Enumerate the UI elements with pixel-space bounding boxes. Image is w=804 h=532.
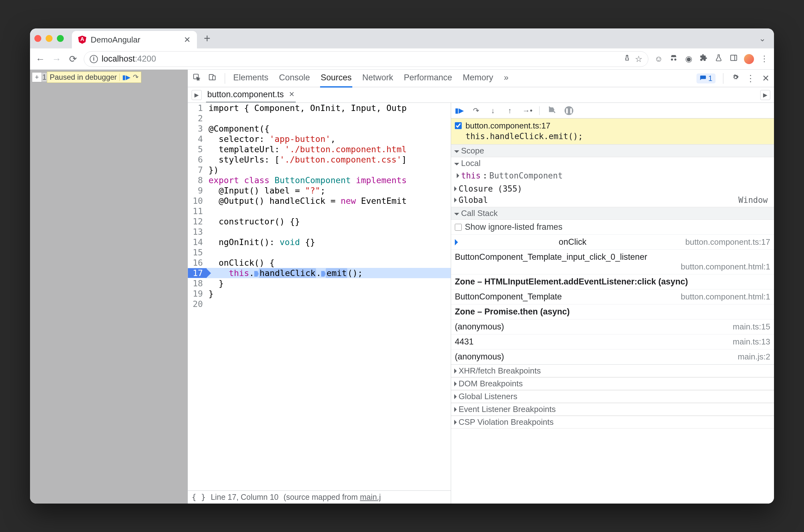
tab-elements[interactable]: Elements: [233, 69, 269, 88]
breakpoints-section-header[interactable]: XHR/fetch Breakpoints: [451, 364, 774, 377]
settings-gear-icon[interactable]: [731, 73, 740, 83]
profile-avatar[interactable]: [744, 54, 754, 64]
tab-sources[interactable]: Sources: [320, 69, 352, 88]
scope-local-header[interactable]: Local: [451, 157, 774, 169]
source-map-link[interactable]: main.j: [360, 493, 381, 501]
chrome-menu-icon[interactable]: ⋮: [760, 54, 769, 64]
code-line[interactable]: 6 styleUrls: ['./button.component.css']: [188, 154, 451, 165]
line-number[interactable]: 4: [188, 134, 207, 144]
step-over-icon[interactable]: ↷: [133, 73, 138, 81]
close-tab-icon[interactable]: ✕: [184, 35, 191, 45]
line-number[interactable]: 2: [188, 113, 207, 123]
callstack-frame[interactable]: (anonymous)main.js:2: [451, 349, 774, 364]
breakpoints-section-header[interactable]: DOM Breakpoints: [451, 377, 774, 390]
code-line[interactable]: 4 selector: 'app-button',: [188, 134, 451, 144]
line-number[interactable]: 19: [188, 289, 207, 299]
scope-header[interactable]: Scope: [451, 145, 774, 157]
deactivate-breakpoints-icon[interactable]: [548, 106, 556, 116]
callstack-frame[interactable]: 4431main.ts:13: [451, 335, 774, 349]
code-line[interactable]: 1import { Component, OnInit, Input, Outp: [188, 103, 451, 113]
issues-chip[interactable]: 1: [696, 73, 715, 83]
scope-this-row[interactable]: this: ButtonComponent: [457, 170, 771, 181]
share-icon[interactable]: [623, 54, 631, 64]
callstack-header[interactable]: Call Stack: [451, 207, 774, 220]
add-expression-button[interactable]: +: [32, 72, 42, 82]
code-line[interactable]: 18 }: [188, 278, 451, 288]
devtools-menu-icon[interactable]: ⋮: [746, 73, 755, 83]
resume-button[interactable]: ▮▶: [455, 107, 464, 115]
debugger-toggle-icon[interactable]: ▶: [760, 90, 770, 100]
line-number[interactable]: 14: [188, 237, 207, 247]
new-tab-button[interactable]: +: [201, 32, 213, 45]
callstack-frame[interactable]: (anonymous)main.ts:15: [451, 320, 774, 335]
line-number[interactable]: 10: [188, 196, 207, 206]
callstack-frame[interactable]: ButtonComponent_Template_input_click_0_l…: [451, 250, 774, 274]
code-line[interactable]: 9 @Input() label = "?";: [188, 185, 451, 196]
line-number[interactable]: 9: [188, 186, 207, 195]
file-tab[interactable]: button.component.ts ✕: [206, 87, 296, 102]
line-number[interactable]: 7: [188, 165, 207, 175]
code-line[interactable]: 3@Component({: [188, 124, 451, 134]
line-number[interactable]: 15: [188, 248, 207, 257]
line-number[interactable]: 17: [188, 268, 207, 278]
navigator-toggle-icon[interactable]: ▶: [192, 90, 202, 100]
labs-flask-icon[interactable]: [714, 54, 723, 64]
incognito-icon[interactable]: [669, 54, 678, 64]
maximize-window-icon[interactable]: [57, 35, 64, 42]
extension-icon[interactable]: ◉: [684, 54, 693, 64]
reload-button[interactable]: ⟳: [68, 54, 78, 64]
callstack-frame[interactable]: onClickbutton.component.ts:17: [451, 235, 774, 250]
line-number[interactable]: 12: [188, 216, 207, 226]
tab-memory[interactable]: Memory: [462, 69, 494, 88]
pause-on-exceptions-icon[interactable]: ❚❚: [564, 106, 573, 115]
line-number[interactable]: 5: [188, 145, 207, 154]
code-line[interactable]: 14 ngOnInit(): void {}: [188, 237, 451, 247]
pretty-print-icon[interactable]: { }: [192, 493, 206, 502]
breakpoints-section-header[interactable]: Event Listener Breakpoints: [451, 403, 774, 416]
code-line[interactable]: 5 templateUrl: './button.component.html: [188, 144, 451, 154]
code-line[interactable]: 10 @Output() handleClick = new EventEmit: [188, 196, 451, 206]
omnibox[interactable]: i localhost:4200 ☆: [84, 51, 648, 67]
code-line[interactable]: 8export class ButtonComponent implements: [188, 175, 451, 185]
code-line[interactable]: 17 this.handleClick.emit();: [188, 268, 451, 278]
code-line[interactable]: 7}): [188, 165, 451, 175]
browser-tab[interactable]: DemoAngular ✕: [72, 31, 197, 49]
code-line[interactable]: 19}: [188, 288, 451, 299]
tab-more[interactable]: »: [503, 69, 509, 88]
close-file-icon[interactable]: ✕: [287, 90, 294, 98]
line-number[interactable]: 3: [188, 124, 207, 133]
callstack-frame[interactable]: ButtonComponent_Templatebutton.component…: [451, 289, 774, 304]
line-number[interactable]: 18: [188, 279, 207, 288]
code-line[interactable]: 2: [188, 113, 451, 124]
line-number[interactable]: 11: [188, 206, 207, 216]
back-button[interactable]: ←: [35, 54, 46, 64]
line-number[interactable]: 20: [188, 299, 207, 309]
tab-console[interactable]: Console: [279, 69, 311, 88]
step-into-button[interactable]: ↓: [489, 106, 497, 115]
inspect-element-icon[interactable]: [192, 73, 202, 83]
close-window-icon[interactable]: [34, 35, 41, 42]
show-ignore-checkbox[interactable]: [455, 224, 462, 231]
extensions-puzzle-icon[interactable]: [699, 54, 708, 64]
code-editor[interactable]: 1import { Component, OnInit, Input, Outp…: [188, 103, 451, 504]
line-number[interactable]: 1: [188, 103, 207, 113]
line-number[interactable]: 6: [188, 155, 207, 165]
side-panel-icon[interactable]: [729, 54, 738, 64]
tab-network[interactable]: Network: [362, 69, 394, 88]
forward-button[interactable]: →: [51, 54, 62, 64]
line-number[interactable]: 8: [188, 175, 207, 185]
scope-global-row[interactable]: Global Window: [454, 194, 771, 206]
resume-icon[interactable]: ▮▶: [122, 73, 130, 81]
line-number[interactable]: 16: [188, 258, 207, 268]
code-line[interactable]: 16 onClick() {: [188, 258, 451, 268]
code-line[interactable]: 13: [188, 227, 451, 237]
extension-icon[interactable]: ☺: [654, 54, 663, 64]
step-out-button[interactable]: ↑: [505, 106, 514, 115]
site-info-icon[interactable]: i: [90, 55, 98, 63]
tab-performance[interactable]: Performance: [403, 69, 453, 88]
line-number[interactable]: 13: [188, 227, 207, 236]
breakpoints-section-header[interactable]: CSP Violation Breakpoints: [451, 416, 774, 429]
code-line[interactable]: 12 constructor() {}: [188, 216, 451, 227]
scope-closure-row[interactable]: Closure (355): [454, 183, 771, 194]
breakpoint-file[interactable]: button.component.ts:17: [465, 120, 583, 131]
